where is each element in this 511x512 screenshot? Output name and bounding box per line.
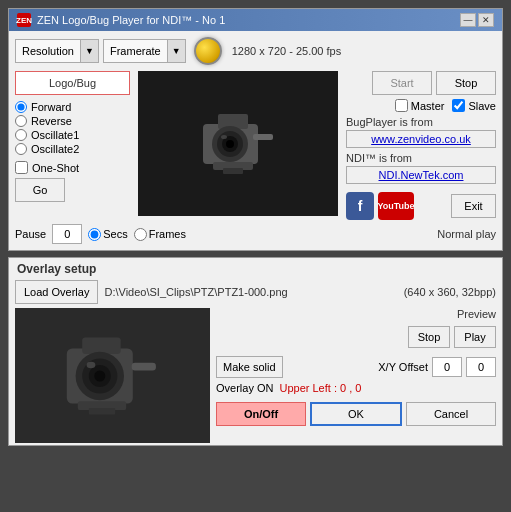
app-icon: ZEN bbox=[17, 13, 31, 27]
status-led bbox=[194, 37, 222, 65]
bugplayer-info: BugPlayer is from www.zenvideo.co.uk bbox=[346, 116, 496, 148]
camera-graphic bbox=[188, 104, 288, 184]
ok-button[interactable]: OK bbox=[310, 402, 402, 426]
social-exit-row: f YouTube Exit bbox=[346, 192, 496, 220]
oscillate1-radio[interactable]: Oscillate1 bbox=[15, 129, 130, 141]
video-preview bbox=[138, 71, 338, 216]
resolution-arrow-icon: ▼ bbox=[80, 40, 98, 62]
xy-offset-row: Make solid X/Y Offset bbox=[216, 356, 496, 378]
main-content: Logo/Bug Forward Reverse Oscillate1 bbox=[15, 71, 496, 220]
overlay-body: Preview Stop Play Make solid X/Y Offset … bbox=[9, 306, 502, 445]
master-slave-row: Master Slave bbox=[346, 99, 496, 112]
pause-row: Pause Secs Frames Normal play bbox=[15, 224, 496, 244]
svg-point-15 bbox=[94, 370, 105, 381]
overlay-camera-graphic bbox=[58, 331, 168, 421]
bottom-button-row: On/Off OK Cancel bbox=[216, 402, 496, 426]
youtube-icon[interactable]: YouTube bbox=[378, 192, 414, 220]
minimize-button[interactable]: — bbox=[460, 13, 476, 27]
on-off-button[interactable]: On/Off bbox=[216, 402, 306, 426]
svg-rect-19 bbox=[88, 407, 114, 414]
zenvideo-link[interactable]: www.zenvideo.co.uk bbox=[346, 130, 496, 148]
overlay-window: Overlay setup Load Overlay D:\Video\SI_C… bbox=[8, 257, 503, 446]
svg-point-9 bbox=[221, 135, 227, 139]
controls-row: Resolution ▼ Framerate ▼ 1280 x 720 - 25… bbox=[15, 37, 496, 65]
go-button[interactable]: Go bbox=[15, 178, 65, 202]
resolution-text: 1280 x 720 - 25.00 fps bbox=[232, 45, 341, 57]
frames-radio[interactable]: Frames bbox=[134, 228, 186, 241]
pause-label: Pause bbox=[15, 228, 46, 240]
overlay-on-label: Overlay ON bbox=[216, 382, 273, 394]
overlay-stop-button[interactable]: Stop bbox=[408, 326, 450, 348]
upper-left-text: Upper Left : 0 , 0 bbox=[279, 382, 361, 394]
x-offset-input[interactable] bbox=[432, 357, 462, 377]
overlay-row1: Load Overlay D:\Video\SI_Clips\PTZ\PTZ1-… bbox=[9, 278, 502, 306]
overlay-preview-image bbox=[15, 308, 210, 443]
svg-point-16 bbox=[86, 361, 95, 368]
slave-checkbox[interactable]: Slave bbox=[452, 99, 496, 112]
start-stop-row: Start Stop bbox=[346, 71, 496, 95]
master-checkbox[interactable]: Master bbox=[395, 99, 445, 112]
close-button[interactable]: ✕ bbox=[478, 13, 494, 27]
overlay-title: Overlay setup bbox=[9, 258, 502, 278]
overlay-file-size: (640 x 360, 32bpp) bbox=[404, 286, 496, 298]
facebook-icon[interactable]: f bbox=[346, 192, 374, 220]
start-button[interactable]: Start bbox=[372, 71, 432, 95]
overlay-on-row: Overlay ON Upper Left : 0 , 0 bbox=[216, 382, 496, 394]
left-panel: Logo/Bug Forward Reverse Oscillate1 bbox=[15, 71, 130, 220]
bugplayer-from-text: BugPlayer is from bbox=[346, 116, 496, 128]
oscillate2-radio[interactable]: Oscillate2 bbox=[15, 143, 130, 155]
logo-bug-button[interactable]: Logo/Bug bbox=[15, 71, 130, 95]
forward-radio[interactable]: Forward bbox=[15, 101, 130, 113]
title-controls: — ✕ bbox=[460, 13, 494, 27]
ndi-from-text: NDI™ is from bbox=[346, 152, 496, 164]
playback-mode-group: Forward Reverse Oscillate1 Oscillate2 bbox=[15, 101, 130, 155]
make-solid-button[interactable]: Make solid bbox=[216, 356, 283, 378]
stop-button[interactable]: Stop bbox=[436, 71, 496, 95]
svg-rect-6 bbox=[253, 134, 273, 140]
window-title: ZEN Logo/Bug Player for NDI™ - No 1 bbox=[37, 14, 225, 26]
resolution-dropdown[interactable]: Resolution ▼ bbox=[15, 39, 99, 63]
normal-play-text: Normal play bbox=[437, 228, 496, 240]
y-offset-input[interactable] bbox=[466, 357, 496, 377]
exit-button[interactable]: Exit bbox=[451, 194, 496, 218]
framerate-dropdown[interactable]: Framerate ▼ bbox=[103, 39, 186, 63]
ndi-info: NDI™ is from NDI.NewTek.com bbox=[346, 152, 496, 184]
overlay-right-controls: Preview Stop Play Make solid X/Y Offset … bbox=[210, 308, 496, 443]
svg-rect-8 bbox=[223, 168, 243, 174]
framerate-arrow-icon: ▼ bbox=[167, 40, 185, 62]
svg-point-5 bbox=[226, 140, 234, 148]
title-bar: ZEN ZEN Logo/Bug Player for NDI™ - No 1 … bbox=[9, 9, 502, 31]
framerate-label: Framerate bbox=[104, 45, 167, 57]
main-window: ZEN ZEN Logo/Bug Player for NDI™ - No 1 … bbox=[8, 8, 503, 251]
right-panel: Start Stop Master Slave BugPlayer is fro… bbox=[346, 71, 496, 220]
resolution-label: Resolution bbox=[16, 45, 80, 57]
cancel-button[interactable]: Cancel bbox=[406, 402, 496, 426]
preview-label: Preview bbox=[216, 308, 496, 320]
svg-rect-11 bbox=[82, 337, 121, 354]
overlay-file-path: D:\Video\SI_Clips\PTZ\PTZ1-000.png bbox=[104, 286, 287, 298]
one-shot-checkbox[interactable]: One-Shot bbox=[15, 161, 130, 174]
overlay-stop-play-row: Stop Play bbox=[216, 326, 496, 348]
load-overlay-button[interactable]: Load Overlay bbox=[15, 280, 98, 304]
newtek-link[interactable]: NDI.NewTek.com bbox=[346, 166, 496, 184]
title-bar-left: ZEN ZEN Logo/Bug Player for NDI™ - No 1 bbox=[17, 13, 225, 27]
secs-radio[interactable]: Secs bbox=[88, 228, 127, 241]
reverse-radio[interactable]: Reverse bbox=[15, 115, 130, 127]
overlay-play-button[interactable]: Play bbox=[454, 326, 496, 348]
pause-input[interactable] bbox=[52, 224, 82, 244]
xy-offset-label: X/Y Offset bbox=[378, 361, 428, 373]
svg-rect-17 bbox=[131, 362, 155, 370]
window-body: Resolution ▼ Framerate ▼ 1280 x 720 - 25… bbox=[9, 31, 502, 250]
